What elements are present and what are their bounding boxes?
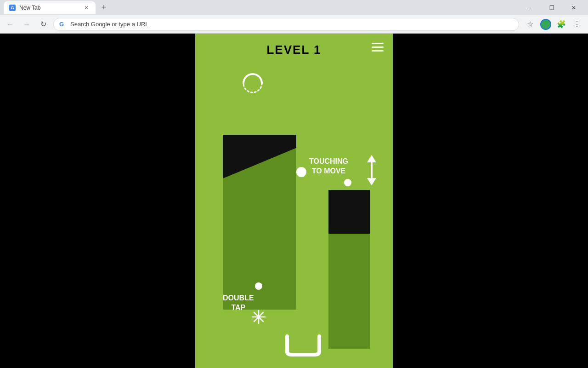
forward-button[interactable]: → (20, 18, 33, 31)
sparkle-icon (251, 310, 266, 327)
bookmark-button[interactable]: ☆ (523, 17, 537, 32)
new-tab-button[interactable]: + (97, 1, 110, 14)
tab-title: New Tab (19, 5, 79, 11)
address-text: Search Google or type a URL (70, 21, 513, 28)
google-icon: G (59, 21, 67, 28)
sparkle-svg (251, 310, 266, 324)
right-block (328, 190, 370, 349)
address-bar-row: ← → ↻ G Search Google or type a URL ☆ 🧩 … (0, 15, 588, 34)
profile-avatar (540, 19, 551, 30)
maximize-button[interactable]: ❐ (541, 0, 562, 15)
right-block-light (328, 234, 370, 349)
up-down-arrow (364, 154, 379, 186)
ball-right (344, 179, 351, 186)
game-container[interactable]: LEVEL 1 (195, 34, 393, 368)
content-area: LEVEL 1 (0, 34, 588, 368)
profile-button[interactable] (538, 17, 553, 32)
level-header: LEVEL 1 (195, 34, 393, 62)
ball-touch (296, 167, 306, 177)
double-tap-label: DOUBLETAP (223, 293, 254, 313)
circle-svg (239, 69, 266, 97)
circle-indicator (239, 69, 266, 97)
menu-line-1 (372, 43, 384, 44)
address-field[interactable]: G Search Google or type a URL (53, 18, 519, 31)
menu-line-3 (372, 50, 384, 52)
touch-label: TOUCHINGTO MOVE (309, 157, 348, 176)
reload-button[interactable]: ↻ (37, 18, 50, 31)
tab-close-button[interactable]: ✕ (83, 4, 90, 12)
arrow-svg (364, 154, 379, 186)
menu-icon[interactable] (372, 43, 384, 52)
level-title: LEVEL 1 (266, 43, 321, 57)
tab-bar: G New Tab ✕ + (4, 1, 517, 14)
svg-marker-0 (367, 155, 376, 162)
close-button[interactable]: ✕ (563, 0, 584, 15)
back-button[interactable]: ← (4, 18, 17, 31)
svg-rect-1 (371, 161, 373, 179)
title-bar: G New Tab ✕ + — ❐ ✕ (0, 0, 588, 15)
more-button[interactable]: ⋮ (570, 17, 584, 32)
toolbar-buttons: ☆ 🧩 ⋮ (523, 17, 584, 32)
paddle-svg (285, 334, 345, 357)
minimize-button[interactable]: — (519, 0, 540, 15)
ball-double-tap (255, 282, 262, 290)
active-tab[interactable]: G New Tab ✕ (4, 1, 96, 14)
extensions-button[interactable]: 🧩 (554, 17, 569, 32)
bottom-paddle (285, 334, 345, 359)
browser-frame: G New Tab ✕ + — ❐ ✕ ← → ↻ G Search Googl… (0, 0, 588, 368)
window-controls: — ❐ ✕ (519, 0, 584, 15)
menu-line-2 (372, 46, 384, 48)
tab-favicon: G (9, 5, 16, 11)
svg-marker-2 (367, 178, 376, 185)
right-block-dark (328, 190, 370, 234)
